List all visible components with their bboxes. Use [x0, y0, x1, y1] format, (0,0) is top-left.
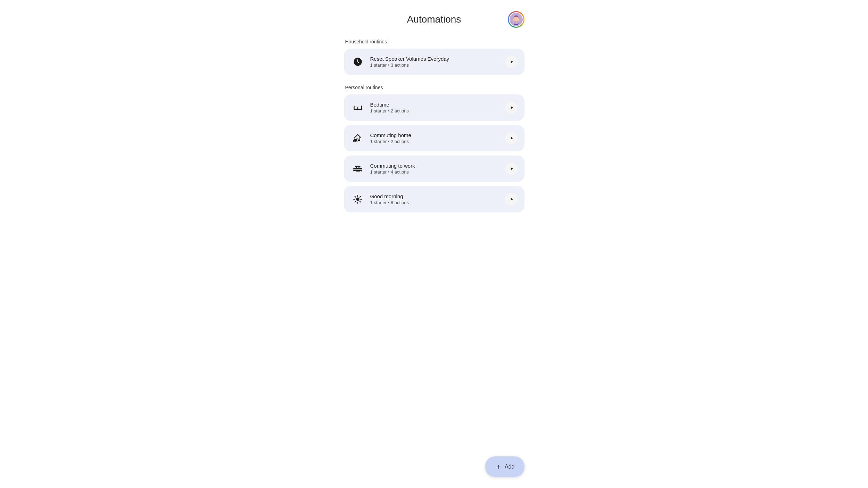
- avatar-container[interactable]: [508, 11, 524, 28]
- routine-card-reset-speaker[interactable]: Reset Speaker Volumes Everyday 1 starter…: [344, 49, 524, 75]
- sections-container: Household routines Reset Speaker Volumes…: [344, 39, 524, 212]
- routine-meta-commuting-work: 1 starter • 4 actions: [370, 169, 505, 175]
- routine-meta-reset-speaker: 1 starter • 3 actions: [370, 62, 505, 68]
- svg-rect-13: [354, 167, 356, 168]
- routine-name-commuting-home: Commuting home: [370, 132, 505, 138]
- svg-rect-5: [354, 106, 354, 110]
- svg-rect-7: [354, 107, 357, 109]
- car-home-icon: [353, 133, 363, 143]
- play-icon: [509, 105, 514, 110]
- section-household: Household routines Reset Speaker Volumes…: [344, 39, 524, 75]
- avatar-image: [510, 12, 523, 27]
- play-button-good-morning[interactable]: [505, 193, 518, 205]
- routine-icon-clock: [351, 55, 365, 69]
- routine-card-commuting-home[interactable]: Commuting home 1 starter • 2 actions: [344, 125, 524, 151]
- svg-point-17: [359, 171, 361, 173]
- add-label: Add: [505, 464, 514, 470]
- section-label-personal: Personal routines: [344, 85, 524, 90]
- routine-info-good-morning: Good morning 1 starter • 8 actions: [370, 193, 505, 205]
- play-button-bedtime[interactable]: [505, 101, 518, 114]
- avatar-ring[interactable]: [508, 11, 524, 28]
- routine-icon-bed: [351, 101, 365, 115]
- play-button-commuting-home[interactable]: [505, 132, 518, 144]
- play-button-reset-speaker[interactable]: [505, 56, 518, 68]
- svg-point-16: [354, 171, 356, 173]
- plus-icon: ＋: [495, 462, 502, 471]
- routine-meta-commuting-home: 1 starter • 2 actions: [370, 139, 505, 144]
- svg-rect-8: [358, 107, 361, 109]
- routine-icon-sun: [351, 192, 365, 206]
- svg-rect-15: [359, 167, 361, 168]
- svg-point-18: [356, 197, 359, 201]
- clock-icon: [353, 57, 363, 67]
- routine-card-good-morning[interactable]: Good morning 1 starter • 8 actions: [344, 186, 524, 212]
- routine-meta-good-morning: 1 starter • 8 actions: [370, 200, 505, 205]
- play-icon: [509, 197, 514, 202]
- page-title: Automations: [407, 14, 461, 25]
- routine-name-reset-speaker: Reset Speaker Volumes Everyday: [370, 56, 505, 62]
- routine-info-reset-speaker: Reset Speaker Volumes Everyday 1 starter…: [370, 56, 505, 68]
- play-button-commuting-work[interactable]: [505, 162, 518, 175]
- page-container: Automations Household routines: [344, 14, 524, 474]
- avatar: [509, 12, 523, 27]
- routine-card-commuting-work[interactable]: Commuting to work 1 starter • 4 actions: [344, 155, 524, 182]
- svg-rect-6: [361, 106, 362, 110]
- routine-card-bedtime[interactable]: Bedtime 1 starter • 2 actions: [344, 94, 524, 121]
- routine-info-commuting-work: Commuting to work 1 starter • 4 actions: [370, 163, 505, 175]
- sun-icon: [353, 194, 363, 204]
- svg-point-11: [356, 141, 357, 142]
- section-label-household: Household routines: [344, 39, 524, 44]
- svg-line-24: [359, 201, 360, 202]
- routine-name-good-morning: Good morning: [370, 193, 505, 199]
- play-icon: [509, 166, 514, 171]
- play-icon: [509, 59, 514, 64]
- play-icon: [509, 136, 514, 141]
- routine-icon-car-work: [351, 162, 365, 176]
- svg-line-25: [355, 201, 355, 202]
- header: Automations: [344, 14, 524, 25]
- svg-line-26: [359, 196, 360, 197]
- car-work-icon: [353, 164, 363, 174]
- routine-icon-car-home: [351, 131, 365, 145]
- routine-name-commuting-work: Commuting to work: [370, 163, 505, 169]
- routine-info-commuting-home: Commuting home 1 starter • 2 actions: [370, 132, 505, 144]
- svg-line-23: [355, 196, 355, 197]
- svg-point-10: [354, 141, 354, 142]
- svg-rect-14: [357, 167, 358, 168]
- bed-icon: [353, 103, 363, 112]
- section-personal: Personal routines Bedtime 1 starter •: [344, 85, 524, 212]
- add-button[interactable]: ＋ Add: [485, 456, 524, 477]
- routine-name-bedtime: Bedtime: [370, 102, 505, 108]
- routine-info-bedtime: Bedtime 1 starter • 2 actions: [370, 102, 505, 113]
- routine-meta-bedtime: 1 starter • 2 actions: [370, 108, 505, 113]
